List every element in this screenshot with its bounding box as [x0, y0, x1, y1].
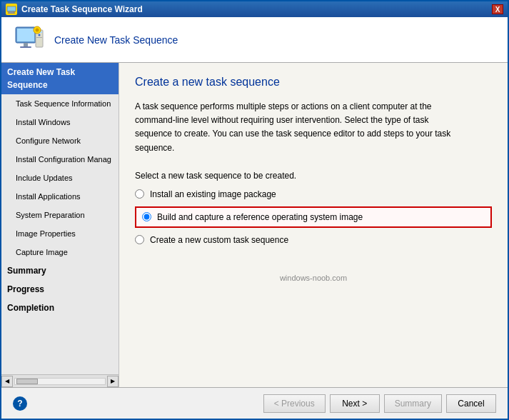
scroll-thumb[interactable]	[16, 379, 38, 384]
svg-rect-4	[17, 29, 34, 41]
radio-custom[interactable]	[135, 235, 144, 244]
radio-build-capture[interactable]	[142, 212, 151, 221]
sidebar-scrollbar: ◀ ▶	[1, 374, 119, 387]
sidebar-item-create-new-task-sequence[interactable]: Create New Task Sequence	[1, 63, 119, 94]
footer-left: ?	[13, 396, 27, 411]
cancel-button[interactable]: Cancel	[446, 394, 496, 413]
svg-rect-1	[9, 11, 14, 13]
svg-rect-10	[36, 37, 42, 38]
sidebar-item-capture-image[interactable]: Capture Image	[1, 243, 119, 261]
radio-label-install-existing: Install an existing image package	[150, 189, 276, 199]
title-bar-left: Create Task Sequence Wizard	[6, 4, 143, 15]
radio-group: Install an existing image package Build …	[135, 189, 492, 245]
content-area: Create a new task sequence A task sequen…	[119, 63, 508, 387]
sidebar-scroll: Create New Task Sequence Task Sequence I…	[1, 63, 119, 374]
wizard-icon	[6, 4, 17, 15]
previous-button[interactable]: < Previous	[263, 394, 326, 413]
radio-label-custom: Create a new custom task sequence	[150, 235, 288, 245]
svg-point-12	[36, 28, 39, 31]
svg-rect-5	[24, 43, 28, 46]
radio-option-build-capture[interactable]: Build and capture a reference operating …	[135, 206, 492, 228]
watermark: windows-noob.com	[135, 274, 492, 282]
footer-buttons: < Previous Next > Summary Cancel	[263, 394, 496, 413]
radio-label-build-capture: Build and capture a reference operating …	[157, 212, 363, 222]
sidebar-item-configure-network[interactable]: Configure Network	[1, 131, 119, 150]
sidebar-item-progress[interactable]: Progress	[1, 280, 119, 299]
radio-option-custom[interactable]: Create a new custom task sequence	[135, 235, 492, 245]
sidebar-item-install-windows[interactable]: Install Windows	[1, 113, 119, 131]
sidebar-item-task-sequence-information[interactable]: Task Sequence Information	[1, 94, 119, 113]
title-bar-text: Create Task Sequence Wizard	[21, 4, 143, 14]
description-text: A task sequence performs multiple steps …	[135, 100, 456, 155]
sidebar-item-summary[interactable]: Summary	[1, 261, 119, 280]
wizard-window: Create Task Sequence Wizard X	[0, 0, 509, 420]
summary-button[interactable]: Summary	[384, 394, 442, 413]
scroll-left-arrow[interactable]: ◀	[1, 376, 13, 387]
footer: ? < Previous Next > Summary Cancel	[1, 387, 508, 419]
header-icon	[13, 24, 44, 56]
sidebar: Create New Task Sequence Task Sequence I…	[1, 63, 119, 387]
radio-install-existing[interactable]	[135, 189, 144, 199]
svg-rect-2	[8, 13, 15, 14]
header-area: Create New Task Sequence	[1, 17, 508, 63]
scroll-track	[14, 378, 106, 385]
svg-point-9	[39, 34, 41, 36]
svg-rect-6	[20, 46, 31, 48]
title-bar: Create Task Sequence Wizard X	[1, 1, 508, 17]
content-title: Create a new task sequence	[135, 76, 492, 89]
sidebar-item-image-properties[interactable]: Image Properties	[1, 224, 119, 243]
close-button[interactable]: X	[492, 4, 503, 14]
help-button[interactable]: ?	[13, 396, 27, 411]
header-title: Create New Task Sequence	[54, 34, 178, 46]
scroll-right-arrow[interactable]: ▶	[107, 376, 119, 387]
svg-rect-0	[7, 6, 16, 11]
radio-option-install-existing[interactable]: Install an existing image package	[135, 189, 492, 199]
sidebar-item-system-preparation[interactable]: System Preparation	[1, 206, 119, 224]
select-label: Select a new task sequence to be created…	[135, 171, 492, 181]
sidebar-item-install-applications[interactable]: Install Applications	[1, 187, 119, 206]
next-button[interactable]: Next >	[330, 394, 380, 413]
main-content: Create New Task Sequence Task Sequence I…	[1, 63, 508, 387]
sidebar-item-install-configuration-manager[interactable]: Install Configuration Manag	[1, 150, 119, 169]
sidebar-item-completion[interactable]: Completion	[1, 299, 119, 317]
sidebar-item-include-updates[interactable]: Include Updates	[1, 169, 119, 187]
